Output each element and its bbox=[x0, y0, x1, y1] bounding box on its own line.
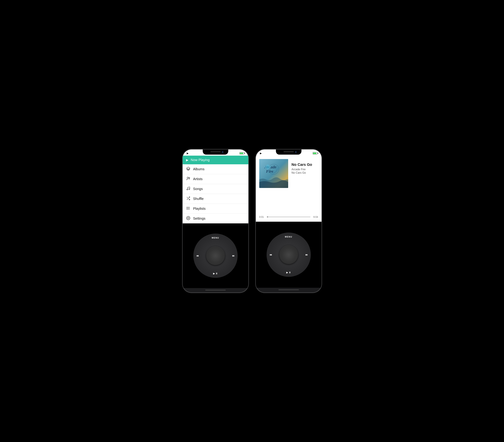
wheel-playpause-left[interactable]: ▶ ⏸ bbox=[213, 272, 218, 275]
side-button-right-right[interactable] bbox=[322, 184, 322, 195]
track-artist: Arcade Fire bbox=[291, 168, 312, 171]
home-bar-right bbox=[278, 289, 299, 290]
track-album: No Cars Go bbox=[291, 171, 312, 174]
now-playing-icon: ▶ bbox=[186, 158, 188, 162]
screen-left: ▶ 08:12 ▶ Now Playing bbox=[183, 149, 248, 293]
settings-label: Settings bbox=[193, 217, 205, 221]
camera-right bbox=[295, 151, 297, 153]
svg-point-3 bbox=[187, 189, 188, 190]
progress-fill bbox=[267, 216, 268, 218]
wheel-prev-right[interactable]: ⏮ bbox=[270, 253, 272, 256]
album-art: Arcade Fire bbox=[259, 159, 288, 188]
progress-section: 0:01 6:04 bbox=[259, 216, 318, 218]
battery-icon-right bbox=[313, 152, 317, 154]
svg-point-14 bbox=[188, 218, 189, 219]
now-playing-screen: Arcade Fire bbox=[256, 156, 322, 222]
side-button-right-left[interactable] bbox=[255, 180, 256, 189]
menu-item-playlists[interactable]: Playlists bbox=[183, 204, 248, 214]
current-time: 0:01 bbox=[259, 216, 265, 218]
wheel-next-right[interactable]: ⏭ bbox=[305, 253, 308, 256]
album-art-row: Arcade Fire bbox=[259, 159, 318, 188]
speaker-right bbox=[284, 151, 294, 152]
battery-fill-left bbox=[240, 153, 243, 154]
side-button-left[interactable] bbox=[182, 180, 183, 189]
shuffle-label: Shuffle bbox=[193, 197, 204, 201]
wheel-playpause-right[interactable]: ▶ ⏸ bbox=[286, 271, 291, 274]
click-wheel-left[interactable]: MENU ⏮ ⏭ ▶ ⏸ bbox=[193, 234, 238, 278]
screen-right: ▶ 08:12 bbox=[256, 149, 322, 293]
side-button-right[interactable] bbox=[248, 184, 249, 195]
svg-point-1 bbox=[187, 177, 188, 178]
svg-point-4 bbox=[189, 189, 190, 190]
play-indicator-left: ▶ bbox=[187, 152, 188, 155]
center-button-left[interactable] bbox=[206, 246, 225, 265]
svg-point-13 bbox=[186, 209, 187, 210]
playlists-label: Playlists bbox=[193, 207, 206, 211]
speaker-left bbox=[210, 151, 221, 152]
playlists-icon bbox=[186, 206, 190, 211]
albums-label: Albums bbox=[193, 167, 205, 171]
svg-text:Fire: Fire bbox=[266, 169, 273, 173]
svg-point-2 bbox=[189, 177, 190, 178]
phone-right: ▶ 08:12 bbox=[255, 149, 322, 293]
albums-icon bbox=[186, 167, 190, 172]
camera-left bbox=[222, 151, 223, 153]
shuffle-icon bbox=[186, 196, 190, 201]
menu-screen: ▶ Now Playing Albums bbox=[183, 156, 248, 223]
battery-area-left bbox=[239, 152, 244, 154]
notch-left bbox=[203, 149, 228, 155]
artists-icon bbox=[186, 177, 190, 182]
svg-line-7 bbox=[187, 197, 188, 198]
artists-label: Artists bbox=[193, 177, 203, 181]
now-playing-label: Now Playing bbox=[191, 158, 210, 162]
progress-bar[interactable] bbox=[267, 216, 310, 218]
svg-point-24 bbox=[267, 166, 269, 168]
menu-item-artists[interactable]: Artists bbox=[183, 174, 248, 184]
songs-icon bbox=[186, 186, 190, 191]
settings-icon bbox=[186, 216, 190, 221]
wheel-menu-label-right[interactable]: MENU bbox=[285, 236, 292, 238]
wheel-prev-left[interactable]: ⏮ bbox=[197, 254, 199, 257]
notch-right bbox=[276, 149, 302, 155]
controls-area-right: MENU ⏮ ⏭ ▶ ⏸ bbox=[256, 222, 322, 288]
wheel-next-left[interactable]: ⏭ bbox=[232, 254, 234, 257]
menu-item-now-playing[interactable]: ▶ Now Playing bbox=[183, 156, 248, 164]
wheel-menu-label-left[interactable]: MENU bbox=[212, 237, 219, 239]
controls-area-left: MENU ⏮ ⏭ ▶ ⏸ bbox=[183, 223, 248, 288]
menu-item-settings[interactable]: Settings bbox=[183, 214, 248, 223]
center-button-right[interactable] bbox=[279, 245, 298, 264]
menu-item-albums[interactable]: Albums bbox=[183, 164, 248, 174]
svg-line-6 bbox=[189, 199, 190, 200]
click-wheel-right[interactable]: MENU ⏮ ⏭ ▶ ⏸ bbox=[267, 233, 311, 277]
album-art-inner: Arcade Fire bbox=[259, 159, 288, 188]
songs-label: Songs bbox=[193, 187, 203, 191]
battery-area-right bbox=[313, 152, 317, 154]
total-time: 6:04 bbox=[312, 216, 318, 218]
phone-left: ▶ 08:12 ▶ Now Playing bbox=[182, 149, 249, 293]
battery-fill-right bbox=[313, 153, 316, 154]
menu-item-songs[interactable]: Songs bbox=[183, 184, 248, 194]
menu-item-shuffle[interactable]: Shuffle bbox=[183, 194, 248, 204]
battery-icon-left bbox=[239, 152, 244, 154]
svg-point-12 bbox=[186, 208, 187, 209]
track-info: No Cars Go Arcade Fire No Cars Go bbox=[291, 159, 312, 174]
track-title: No Cars Go bbox=[291, 163, 312, 167]
play-indicator-right: ▶ bbox=[260, 152, 262, 155]
home-bar-left bbox=[205, 290, 226, 291]
svg-point-11 bbox=[186, 207, 187, 207]
